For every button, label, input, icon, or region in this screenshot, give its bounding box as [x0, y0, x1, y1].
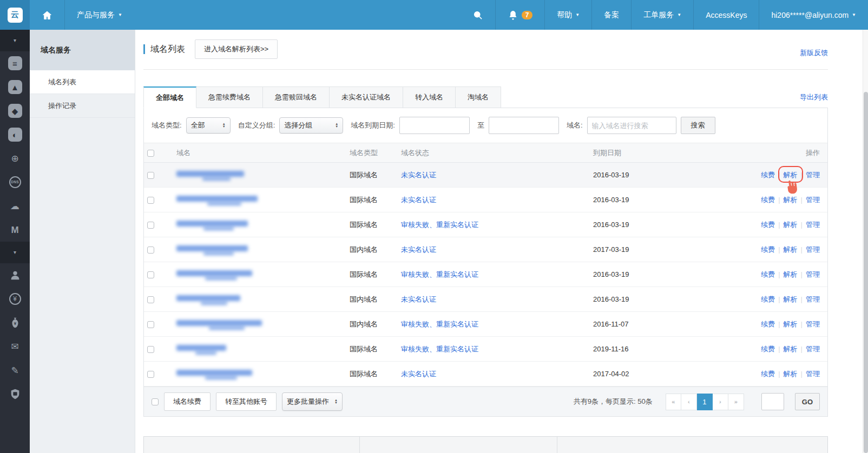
domain-name-blurred[interactable]: [176, 245, 248, 251]
sidebar-item-rds[interactable]: ◐: [0, 123, 30, 146]
action-renew-link[interactable]: 续费: [761, 221, 775, 229]
help-menu[interactable]: 帮助 ▼: [545, 0, 592, 30]
action-manage-link[interactable]: 管理: [806, 295, 820, 303]
sidebar-item-security[interactable]: [0, 382, 30, 406]
rail-collapse-section[interactable]: ▾: [0, 30, 30, 51]
more-batch-actions-select[interactable]: 更多批量操作 ▲▼: [282, 392, 343, 411]
row-checkbox[interactable]: [147, 371, 154, 378]
aliyun-logo[interactable]: 云: [0, 0, 30, 30]
home-button[interactable]: [30, 0, 65, 30]
accesskeys-link[interactable]: AccessKeys: [694, 0, 759, 30]
action-renew-link[interactable]: 续费: [761, 196, 775, 204]
action-manage-link[interactable]: 管理: [806, 171, 820, 179]
domain-name-blurred[interactable]: [176, 345, 226, 351]
action-resolve-link[interactable]: 解析: [784, 295, 798, 303]
domain-status-link[interactable]: 审核失败、重新实名认证: [401, 221, 478, 229]
page-number-input[interactable]: [761, 393, 784, 410]
scrollbar-thumb[interactable]: [864, 92, 868, 453]
action-manage-link[interactable]: 管理: [806, 345, 820, 353]
sidebar-item-domain-list[interactable]: 域名列表: [30, 70, 135, 94]
action-renew-link[interactable]: 续费: [761, 171, 775, 179]
sidebar-item-dns[interactable]: DNS: [0, 170, 30, 194]
scrollbar-track[interactable]: [863, 30, 868, 453]
domain-status-link[interactable]: 未实名认证: [401, 245, 436, 254]
action-resolve-link[interactable]: 解析: [784, 345, 798, 353]
beian-link[interactable]: 备案: [592, 0, 632, 30]
action-resolve-link[interactable]: 解析: [784, 221, 798, 229]
row-checkbox[interactable]: [147, 172, 154, 179]
search-button[interactable]: [461, 0, 496, 30]
action-manage-link[interactable]: 管理: [806, 270, 820, 278]
row-checkbox[interactable]: [147, 247, 154, 254]
action-manage-link[interactable]: 管理: [806, 245, 820, 254]
domain-status-link[interactable]: 审核失败、重新实名认证: [401, 270, 478, 278]
next-page-button[interactable]: ›: [713, 394, 728, 410]
go-button[interactable]: GO: [795, 393, 820, 410]
search-button[interactable]: 搜索: [681, 117, 715, 134]
select-all-checkbox[interactable]: [147, 150, 154, 157]
sidebar-item-cloud-server[interactable]: ☁: [0, 194, 30, 218]
domain-name-blurred[interactable]: [176, 196, 258, 202]
sidebar-item-network[interactable]: ⊕: [0, 146, 30, 170]
domain-type-select[interactable]: 全部 ▲▼: [186, 117, 231, 134]
new-version-feedback-link[interactable]: 新版反馈: [800, 48, 828, 58]
sidebar-item-funds[interactable]: ¥: [0, 311, 30, 335]
footer-select-all-checkbox[interactable]: [152, 398, 159, 405]
row-checkbox[interactable]: [147, 222, 154, 229]
domain-name-blurred[interactable]: [176, 221, 248, 226]
action-resolve-link[interactable]: 解析: [784, 245, 798, 254]
domain-status-link[interactable]: 未实名认证: [401, 295, 436, 303]
domain-name-blurred[interactable]: [176, 295, 240, 301]
domain-name-blurred[interactable]: [176, 270, 252, 276]
tab-tao-domains[interactable]: 淘域名: [456, 86, 501, 108]
export-list-link[interactable]: 导出列表: [800, 92, 828, 102]
tab-all-domains[interactable]: 全部域名: [143, 86, 196, 108]
sidebar-item-vpc[interactable]: ◆: [0, 99, 30, 123]
prev-page-button[interactable]: ‹: [681, 394, 697, 410]
tab-redeem-urgent[interactable]: 急需赎回域名: [263, 86, 330, 108]
domain-status-link[interactable]: 未实名认证: [401, 171, 436, 179]
sidebar-item-billing[interactable]: ¥: [0, 287, 30, 311]
domain-status-link[interactable]: 审核失败、重新实名认证: [401, 320, 478, 328]
domain-status-link[interactable]: 未实名认证: [401, 370, 436, 378]
action-manage-link[interactable]: 管理: [806, 320, 820, 328]
domain-status-link[interactable]: 审核失败、重新实名认证: [401, 345, 478, 353]
ticket-menu[interactable]: 工单服务 ▼: [632, 0, 694, 30]
notifications-button[interactable]: 7: [496, 0, 545, 30]
sidebar-item-ecs[interactable]: ≡: [0, 51, 30, 75]
sidebar-item-messages[interactable]: ✉: [0, 335, 30, 358]
rail-expand-section[interactable]: ▾: [0, 242, 30, 263]
action-resolve-link[interactable]: 解析: [784, 270, 798, 278]
row-checkbox[interactable]: [147, 346, 154, 353]
action-renew-link[interactable]: 续费: [761, 295, 775, 303]
domain-name-blurred[interactable]: [176, 370, 252, 376]
action-renew-link[interactable]: 续费: [761, 320, 775, 328]
action-renew-link[interactable]: 续费: [761, 345, 775, 353]
tab-not-verified[interactable]: 未实名认证域名: [330, 86, 403, 108]
row-checkbox[interactable]: [147, 321, 154, 328]
custom-group-select[interactable]: 选择分组 ▲▼: [279, 117, 343, 134]
products-menu[interactable]: 产品与服务 ▼: [65, 0, 134, 30]
domain-name-blurred[interactable]: [176, 171, 244, 177]
row-checkbox[interactable]: [147, 296, 154, 303]
domain-status-link[interactable]: 未实名认证: [401, 196, 436, 204]
tab-renew-urgent[interactable]: 急需续费域名: [196, 86, 263, 108]
action-resolve-link[interactable]: 解析: [784, 196, 798, 204]
sidebar-item-slb[interactable]: ▲: [0, 75, 30, 99]
action-manage-link[interactable]: 管理: [806, 370, 820, 378]
enter-dns-list-button[interactable]: 进入域名解析列表>>: [195, 39, 278, 59]
action-resolve-link[interactable]: 解析: [784, 370, 798, 378]
row-checkbox[interactable]: [147, 197, 154, 204]
action-resolve-link[interactable]: 解析: [784, 320, 798, 328]
first-page-button[interactable]: «: [666, 394, 681, 410]
account-menu[interactable]: hi206*****@aliyun.com ▼: [759, 0, 868, 30]
action-manage-link[interactable]: 管理: [806, 196, 820, 204]
expiry-end-input[interactable]: [489, 117, 559, 134]
action-renew-link[interactable]: 续费: [761, 270, 775, 278]
row-checkbox[interactable]: [147, 271, 154, 278]
sidebar-item-operation-log[interactable]: 操作记录: [30, 94, 135, 118]
last-page-button[interactable]: »: [728, 394, 744, 410]
tab-transfer-in[interactable]: 转入域名: [403, 86, 456, 108]
action-manage-link[interactable]: 管理: [806, 221, 820, 229]
page-1-button[interactable]: 1: [697, 394, 713, 410]
